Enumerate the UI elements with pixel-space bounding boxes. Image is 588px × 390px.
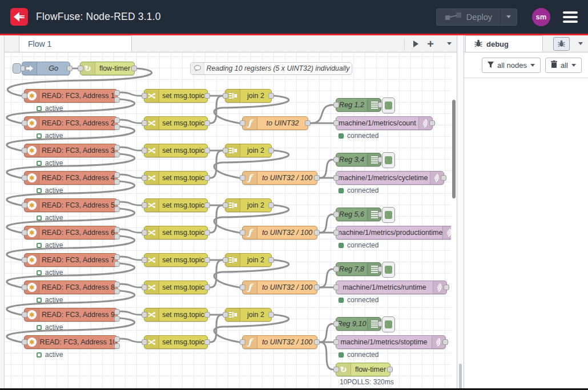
output-port[interactable] bbox=[268, 257, 274, 263]
output-port[interactable] bbox=[204, 148, 210, 153]
output-port[interactable] bbox=[114, 289, 120, 294]
output-port[interactable] bbox=[114, 316, 120, 322]
input-port[interactable] bbox=[142, 175, 147, 181]
toggle-debug-pane-button[interactable] bbox=[553, 37, 570, 51]
output-port[interactable] bbox=[441, 175, 446, 181]
output-port[interactable] bbox=[204, 257, 210, 263]
input-port[interactable] bbox=[142, 285, 147, 290]
output-port[interactable] bbox=[114, 309, 120, 315]
output-port[interactable] bbox=[114, 90, 120, 96]
read8-node[interactable]: ✱READ: FC3, Address 9 bbox=[24, 308, 118, 322]
set6-node[interactable]: set msg.topic bbox=[144, 253, 208, 267]
main-menu-button[interactable] bbox=[563, 11, 578, 23]
output-port[interactable] bbox=[204, 93, 210, 99]
input-port[interactable] bbox=[22, 120, 27, 126]
output-port[interactable] bbox=[204, 285, 210, 290]
debug-toggle-button[interactable] bbox=[382, 262, 395, 278]
output-port[interactable] bbox=[314, 285, 320, 290]
output-port[interactable] bbox=[114, 124, 120, 130]
input-port[interactable] bbox=[22, 285, 27, 290]
user-avatar[interactable]: sm bbox=[532, 8, 550, 26]
input-port[interactable] bbox=[142, 120, 147, 126]
debug2-node[interactable]: Reg 5,6 bbox=[336, 208, 381, 221]
output-port[interactable] bbox=[114, 234, 120, 239]
output-port[interactable] bbox=[114, 152, 120, 157]
debug-toggle-button[interactable] bbox=[382, 98, 395, 113]
debug-messages-pane[interactable] bbox=[464, 78, 588, 389]
output-port[interactable] bbox=[114, 206, 120, 212]
input-port[interactable] bbox=[22, 148, 27, 153]
read6-node[interactable]: ✱READ: FC3, Address 7 bbox=[24, 253, 118, 267]
comment1-node[interactable]: Reading 10 registers (5 x UINT32) indivi… bbox=[190, 62, 352, 75]
input-port[interactable] bbox=[240, 285, 245, 290]
output-port[interactable] bbox=[268, 93, 274, 99]
timer1-node[interactable]: ↻flow-timer bbox=[80, 62, 135, 75]
canvas-scrollbar-thumb[interactable] bbox=[452, 100, 456, 198]
join3-node[interactable]: join 2 bbox=[225, 253, 272, 267]
debug-toggle-button[interactable] bbox=[382, 316, 395, 332]
output-port[interactable] bbox=[114, 261, 120, 267]
input-port[interactable] bbox=[240, 339, 245, 345]
set9-node[interactable]: set msg.topic bbox=[144, 335, 208, 349]
input-port[interactable] bbox=[223, 93, 228, 99]
debug3-node[interactable]: Reg 7,8 bbox=[336, 262, 381, 276]
sidebar-resize-handle[interactable] bbox=[457, 35, 464, 389]
func4-node[interactable]: ƒto UINT32 / 100 bbox=[242, 335, 317, 349]
mqtt2-node[interactable]: machine/1/metrics/productiontime bbox=[336, 226, 457, 239]
input-port[interactable] bbox=[240, 175, 245, 181]
func2-node[interactable]: ƒto UINT32 / 100 bbox=[242, 226, 317, 239]
tab-flow-1[interactable]: Flow 1 bbox=[19, 35, 132, 52]
debug-toggle-button[interactable] bbox=[382, 207, 395, 223]
func1-node[interactable]: ƒto UINT32 / 100 bbox=[242, 171, 317, 185]
deploy-button[interactable]: Deploy bbox=[436, 9, 517, 26]
debug4-node[interactable]: Reg 9,10 bbox=[336, 317, 381, 331]
input-port[interactable] bbox=[333, 175, 339, 181]
output-port[interactable] bbox=[387, 367, 393, 372]
output-port[interactable] bbox=[314, 230, 320, 235]
set3-node[interactable]: set msg.topic bbox=[144, 171, 208, 185]
timer2-node[interactable]: ↻flow-timer bbox=[336, 363, 390, 376]
sidebar-options-dropdown[interactable] bbox=[578, 42, 583, 45]
read1-node[interactable]: ✱READ: FC3, Address 2 bbox=[24, 116, 118, 130]
output-port[interactable] bbox=[114, 172, 120, 178]
output-port[interactable] bbox=[204, 202, 210, 208]
input-port[interactable] bbox=[142, 257, 147, 263]
mqtt3-node[interactable]: machine/1/metrics/runtime bbox=[336, 281, 447, 294]
output-port[interactable] bbox=[268, 312, 274, 318]
debug-clear-button[interactable]: all bbox=[545, 58, 582, 73]
output-port[interactable] bbox=[114, 343, 120, 349]
output-port[interactable] bbox=[131, 66, 137, 71]
read0-node[interactable]: ✱READ: FC3, Address 1 bbox=[24, 89, 118, 103]
set7-node[interactable]: set msg.topic bbox=[144, 281, 208, 294]
output-port[interactable] bbox=[204, 339, 210, 345]
func3-node[interactable]: ƒto UINT32 / 100 bbox=[242, 281, 317, 294]
output-port[interactable] bbox=[314, 339, 320, 345]
input-port[interactable] bbox=[240, 120, 245, 126]
output-port[interactable] bbox=[268, 202, 274, 208]
set8-node[interactable]: set msg.topic bbox=[144, 308, 208, 322]
input-port[interactable] bbox=[142, 230, 147, 235]
input-port[interactable] bbox=[22, 202, 27, 208]
inject1-node[interactable]: Go bbox=[22, 62, 70, 75]
output-port[interactable] bbox=[114, 254, 120, 260]
set4-node[interactable]: set msg.topic bbox=[144, 198, 208, 212]
output-port[interactable] bbox=[114, 227, 120, 233]
input-port[interactable] bbox=[333, 339, 339, 345]
debug-filter-button[interactable]: all nodes bbox=[482, 58, 541, 73]
output-port[interactable] bbox=[67, 66, 73, 71]
output-port[interactable] bbox=[114, 200, 120, 205]
mqtt0-node[interactable]: machine/1/metrics/count bbox=[336, 116, 433, 130]
output-port[interactable] bbox=[268, 148, 274, 153]
read9-node[interactable]: ✱READ: FC3, Address 10 bbox=[24, 335, 118, 349]
input-port[interactable] bbox=[78, 66, 83, 71]
join0-node[interactable]: join 2 bbox=[225, 89, 272, 103]
mqtt4-node[interactable]: machine/1/metrics/stoptime bbox=[336, 335, 446, 349]
input-port[interactable] bbox=[142, 339, 147, 345]
output-port[interactable] bbox=[114, 282, 120, 287]
set5-node[interactable]: set msg.topic bbox=[144, 226, 208, 239]
input-port[interactable] bbox=[333, 230, 339, 235]
input-port[interactable] bbox=[333, 285, 339, 290]
output-port[interactable] bbox=[204, 230, 210, 235]
output-port[interactable] bbox=[114, 117, 120, 123]
input-port[interactable] bbox=[223, 202, 228, 208]
